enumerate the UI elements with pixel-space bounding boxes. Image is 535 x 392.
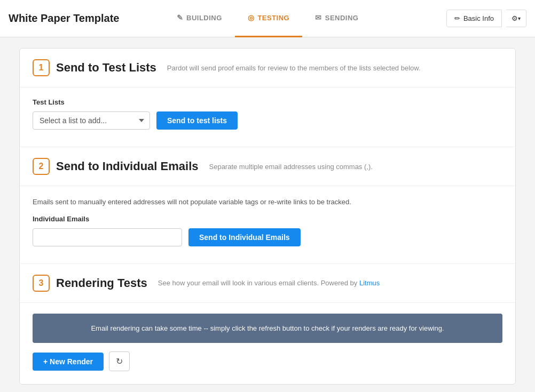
page-title: White Paper Template [9,12,138,25]
building-icon: ✎ [177,13,184,22]
test-list-select[interactable]: Select a list to add... [33,111,150,130]
gear-icon: ⚙ [512,14,518,22]
rendering-tests-subtitle-prefix: See how your email will look in various … [158,279,359,287]
header-actions: ✏ Basic Info ⚙ ▾ [397,10,527,27]
individual-emails-label: Individual Emails [33,215,502,223]
test-lists-section: 1 Send to Test Lists Pardot will send pr… [20,49,515,147]
new-render-button[interactable]: + New Render [33,353,104,371]
render-actions: + New Render ↻ [33,351,502,371]
individual-emails-subtitle: Separate multiple email addresses using … [209,163,373,171]
send-to-individual-emails-button[interactable]: Send to Individual Emails [188,228,301,246]
content-card: 1 Send to Test Lists Pardot will send pr… [19,48,516,385]
gear-button[interactable]: ⚙ ▾ [506,10,526,27]
tab-sending-label: SENDING [325,14,359,22]
step-1-badge: 1 [33,59,50,76]
test-lists-label: Test Lists [33,98,502,106]
test-lists-body: Test Lists Select a list to add... Send … [20,87,515,147]
individual-emails-header: 2 Send to Individual Emails Separate mul… [20,147,515,186]
rendering-tests-title: Rendering Tests [56,276,147,290]
tab-building-label: BUILDING [186,14,222,22]
rendering-tests-body: Email rendering can take some time -- si… [20,303,515,385]
individual-emails-info: Emails sent to manually entered addresse… [33,197,502,207]
individual-emails-input[interactable] [33,228,182,246]
step-2-badge: 2 [33,158,50,175]
header: White Paper Template ✎ BUILDING ◎ TESTIN… [0,0,535,37]
individual-emails-title: Send to Individual Emails [56,159,199,173]
nav-tabs: ✎ BUILDING ◎ TESTING ✉ SENDING [138,0,397,37]
tab-sending[interactable]: ✉ SENDING [302,0,371,37]
tab-testing[interactable]: ◎ TESTING [235,0,302,37]
test-lists-subtitle: Pardot will send proof emails for review… [167,64,421,72]
testing-icon: ◎ [248,13,255,22]
individual-emails-body: Emails sent to manually entered addresse… [20,186,515,263]
test-lists-header: 1 Send to Test Lists Pardot will send pr… [20,49,515,87]
rendering-tests-section: 3 Rendering Tests See how your email wil… [20,264,515,385]
chevron-down-icon: ▾ [518,15,521,21]
rendering-info-box: Email rendering can take some time -- si… [33,314,502,343]
individual-emails-form-row: Send to Individual Emails [33,228,502,246]
refresh-icon: ↻ [116,357,123,366]
litmus-link[interactable]: Litmus [359,279,380,287]
send-to-test-lists-button[interactable]: Send to test lists [156,111,238,130]
sending-icon: ✉ [315,13,322,22]
tab-testing-label: TESTING [257,14,289,22]
main-content: 1 Send to Test Lists Pardot will send pr… [0,37,535,392]
refresh-button[interactable]: ↻ [109,351,130,371]
basic-info-label: Basic Info [463,14,494,22]
tab-building[interactable]: ✎ BUILDING [164,0,235,37]
rendering-tests-header: 3 Rendering Tests See how your email wil… [20,264,515,303]
rendering-tests-subtitle: See how your email will look in various … [158,279,380,287]
individual-emails-section: 2 Send to Individual Emails Separate mul… [20,147,515,264]
pencil-icon: ✏ [454,14,460,22]
test-lists-form-row: Select a list to add... Send to test lis… [33,111,502,130]
step-3-badge: 3 [33,275,50,292]
basic-info-button[interactable]: ✏ Basic Info [446,10,502,27]
test-lists-title: Send to Test Lists [56,61,156,75]
